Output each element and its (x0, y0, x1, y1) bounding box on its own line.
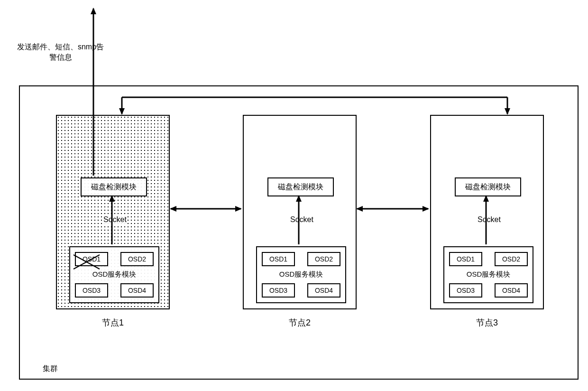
node-2-osd3: OSD3 (262, 283, 295, 298)
node-1-osd-title: OSD服务模块 (70, 270, 158, 279)
node-1-detect-module: 磁盘检测模块 (81, 177, 147, 196)
node-2-label: 节点2 (244, 317, 356, 328)
node-3-osd1: OSD1 (449, 252, 482, 266)
cluster-container: 集群 磁盘检测模块 Socket OSD服务模块 OSD1 OSD2 OSD3 … (19, 85, 579, 380)
node-3: 磁盘检测模块 Socket OSD服务模块 OSD1 OSD2 OSD3 OSD… (430, 115, 544, 309)
node-3-detect-module: 磁盘检测模块 (455, 177, 521, 196)
node-1-osd2: OSD2 (120, 252, 154, 266)
node-1-osd4: OSD4 (120, 283, 154, 298)
node-1: 磁盘检测模块 Socket OSD服务模块 OSD1 OSD2 OSD3 OSD… (56, 115, 170, 309)
node-1-osd3: OSD3 (75, 283, 108, 298)
node-2-detect-module: 磁盘检测模块 (267, 177, 334, 196)
node-3-socket-label: Socket (477, 215, 502, 224)
node-1-socket-label: Socket (102, 215, 128, 224)
node-1-osd1: OSD1 (75, 252, 108, 266)
node-1-osd-module: OSD服务模块 OSD1 OSD2 OSD3 OSD4 (69, 246, 159, 303)
node-3-osd-title: OSD服务模块 (444, 270, 533, 279)
node-2-socket-label: Socket (289, 215, 314, 224)
node-3-osd2: OSD2 (495, 252, 528, 266)
cluster-label: 集群 (43, 364, 58, 374)
node-3-osd4: OSD4 (495, 283, 528, 298)
node-2-osd4: OSD4 (307, 283, 340, 298)
node-3-osd3: OSD3 (449, 283, 482, 298)
alert-text: 发送邮件、短信、snmp告警信息 (14, 42, 107, 63)
node-2-osd-title: OSD服务模块 (257, 270, 345, 279)
node-3-osd-module: OSD服务模块 OSD1 OSD2 OSD3 OSD4 (443, 246, 533, 303)
node-2: 磁盘检测模块 Socket OSD服务模块 OSD1 OSD2 OSD3 OSD… (243, 115, 357, 309)
node-2-osd1: OSD1 (262, 252, 295, 266)
node-2-osd-module: OSD服务模块 OSD1 OSD2 OSD3 OSD4 (256, 246, 346, 303)
node-3-label: 节点3 (431, 317, 543, 328)
node-1-label: 节点1 (57, 317, 169, 328)
node-2-osd2: OSD2 (307, 252, 340, 266)
